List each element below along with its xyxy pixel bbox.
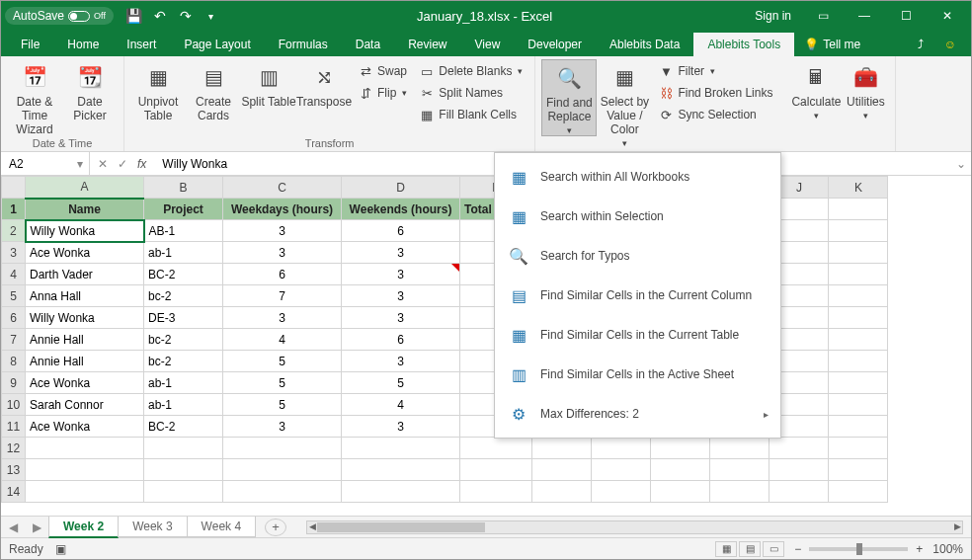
row-header-6[interactable]: 6 [2, 307, 26, 329]
cell[interactable]: 6 [342, 220, 460, 242]
page-layout-view-icon[interactable]: ▤ [739, 541, 761, 557]
fx-icon[interactable]: fx [137, 157, 146, 171]
tab-view[interactable]: View [461, 33, 515, 56]
cell[interactable] [532, 459, 592, 481]
zoom-slider[interactable] [809, 547, 908, 551]
normal-view-icon[interactable]: ▦ [715, 541, 737, 557]
cell[interactable] [460, 438, 532, 459]
cell[interactable]: Ace Wonka [26, 372, 144, 394]
col-header-K[interactable]: K [829, 177, 888, 199]
split-table-button[interactable]: ▥ Split Table [241, 59, 296, 109]
data-header[interactable]: Weekdays (hours) [223, 199, 342, 220]
cell[interactable] [710, 459, 770, 481]
tab-file[interactable]: File [7, 33, 53, 56]
datetime-wizard-button[interactable]: 📅 Date & Time Wizard [7, 59, 62, 136]
cell[interactable] [342, 438, 460, 459]
menu-similar-sheet[interactable]: ▥Find Similar Cells in the Active Sheet [495, 355, 780, 394]
col-header-A[interactable]: A [26, 177, 144, 199]
cell[interactable] [829, 285, 888, 307]
col-header-B[interactable]: B [144, 177, 223, 199]
cell[interactable] [223, 481, 342, 503]
macro-record-icon[interactable]: ▣ [55, 542, 66, 556]
cell[interactable] [829, 220, 888, 242]
cell[interactable] [592, 459, 651, 481]
share-icon[interactable]: ⤴ [906, 33, 935, 56]
cell[interactable]: 3 [223, 220, 342, 242]
cell[interactable]: 3 [342, 285, 460, 307]
find-replace-button[interactable]: 🔍 Find and Replace ▾ [541, 59, 597, 136]
cell[interactable] [829, 416, 888, 438]
horizontal-scrollbar[interactable]: ◀ ▶ [306, 520, 963, 534]
cell[interactable] [532, 481, 592, 503]
tab-data[interactable]: Data [342, 33, 394, 56]
sheet-nav-next-icon[interactable]: ▶ [25, 520, 48, 534]
scroll-thumb[interactable] [317, 522, 485, 532]
cell[interactable] [829, 438, 888, 459]
filter-button[interactable]: ▼Filter▾ [652, 61, 778, 81]
row-header-4[interactable]: 4 [2, 264, 26, 285]
cell[interactable]: 3 [223, 307, 342, 329]
cell[interactable] [342, 459, 460, 481]
cell[interactable]: DE-3 [144, 307, 223, 329]
cell[interactable]: bc-2 [144, 329, 223, 351]
cell[interactable]: 5 [223, 351, 342, 372]
row-header-3[interactable]: 3 [2, 242, 26, 264]
tab-insert[interactable]: Insert [113, 33, 170, 56]
autosave-toggle[interactable]: AutoSave Off [5, 7, 114, 25]
tab-developer[interactable]: Developer [514, 33, 596, 56]
tab-home[interactable]: Home [53, 33, 113, 56]
data-header[interactable]: Weekends (hours) [342, 199, 460, 220]
cell[interactable]: Ace Wonka [26, 416, 144, 438]
cell[interactable] [144, 481, 223, 503]
smiley-icon[interactable]: ☺ [935, 33, 965, 56]
cell[interactable] [829, 307, 888, 329]
row-header-9[interactable]: 9 [2, 372, 26, 394]
cell[interactable] [770, 481, 829, 503]
broken-links-button[interactable]: ⛓Find Broken Links [652, 83, 778, 103]
cell[interactable] [829, 372, 888, 394]
cell[interactable] [460, 481, 532, 503]
menu-search-workbooks[interactable]: ▦Search within All Workbooks [495, 157, 780, 197]
cell[interactable]: 5 [342, 372, 460, 394]
cell[interactable] [829, 264, 888, 285]
utilities-button[interactable]: 🧰 Utilities ▾ [842, 59, 889, 120]
cell[interactable]: 3 [342, 307, 460, 329]
cell[interactable]: 3 [223, 242, 342, 264]
cell[interactable]: 5 [223, 372, 342, 394]
name-box[interactable]: A2 [1, 152, 90, 175]
cell[interactable] [342, 481, 460, 503]
cell[interactable]: 3 [342, 351, 460, 372]
calculate-button[interactable]: 🖩 Calculate ▾ [790, 59, 842, 120]
cell[interactable]: ab-1 [144, 394, 223, 416]
row-header-13[interactable]: 13 [2, 459, 26, 481]
cell[interactable]: 5 [223, 394, 342, 416]
cell[interactable] [829, 459, 888, 481]
row-header-14[interactable]: 14 [2, 481, 26, 503]
cell[interactable]: 3 [342, 416, 460, 438]
cell[interactable] [829, 199, 888, 220]
cell[interactable] [710, 481, 770, 503]
cell[interactable]: Annie Hall [26, 351, 144, 372]
transpose-button[interactable]: ⤭ Transpose [296, 59, 352, 109]
cell[interactable] [710, 438, 770, 459]
cell[interactable] [460, 459, 532, 481]
menu-max-differences[interactable]: ⚙Max Differences: 2 [495, 394, 780, 434]
cell[interactable] [829, 394, 888, 416]
cell[interactable]: Ace Wonka [26, 242, 144, 264]
date-picker-button[interactable]: 📆 Date Picker [62, 59, 118, 122]
zoom-level[interactable]: 100% [932, 542, 963, 556]
cell[interactable]: ab-1 [144, 242, 223, 264]
cell[interactable] [770, 438, 829, 459]
unpivot-button[interactable]: ▦ Unpivot Table [130, 59, 186, 122]
row-header-5[interactable]: 5 [2, 285, 26, 307]
cell[interactable]: 6 [223, 264, 342, 285]
tab-formulas[interactable]: Formulas [265, 33, 342, 56]
row-header-11[interactable]: 11 [2, 416, 26, 438]
zoom-out-button[interactable]: − [794, 542, 801, 556]
sign-in-button[interactable]: Sign in [745, 9, 801, 23]
cell[interactable] [829, 481, 888, 503]
page-break-view-icon[interactable]: ▭ [763, 541, 784, 557]
row-header-8[interactable]: 8 [2, 351, 26, 372]
cell[interactable] [592, 438, 651, 459]
cell[interactable] [592, 481, 651, 503]
